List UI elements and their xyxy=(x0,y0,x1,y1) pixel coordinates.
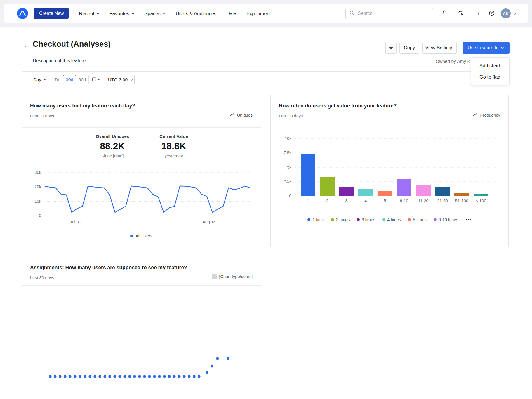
y-axis-tick: 10k xyxy=(277,136,291,141)
account-chevron-down-icon[interactable] xyxy=(513,13,516,15)
card-subtitle: Last 30 days xyxy=(30,114,54,118)
timezone-label: UTC-3:00 xyxy=(108,77,128,82)
x-axis-category: 21-50 xyxy=(433,198,452,203)
line-chart-legend[interactable]: All Users xyxy=(22,234,261,238)
use-feature-to-button[interactable]: Use Feature to xyxy=(463,42,510,54)
timezone-select[interactable]: UTC-3:00 xyxy=(107,75,135,84)
overall-uniques-stat: Overall Uniques 88.2K Since [date] xyxy=(77,134,147,158)
scatter-chart-plot[interactable] xyxy=(22,286,261,395)
legend-dot xyxy=(357,218,360,221)
granularity-select[interactable]: Day xyxy=(31,75,49,84)
menu-item-go-to-flag[interactable]: Go to flag xyxy=(471,71,509,83)
favorite-star-button[interactable]: ★ xyxy=(385,42,397,54)
granularity-label: Day xyxy=(33,77,41,82)
chevron-down-icon xyxy=(44,79,47,81)
journeys-button[interactable] xyxy=(456,9,465,18)
bar-11-20[interactable] xyxy=(416,185,431,196)
chevron-down-icon xyxy=(130,79,133,81)
bar-1[interactable] xyxy=(301,154,315,196)
nav-item-label: Experiment xyxy=(246,11,271,16)
card-title: How often do users get value from your f… xyxy=(279,103,397,109)
card-subtitle: Last 30 days xyxy=(279,114,303,118)
nav-item-spaces[interactable]: Spaces xyxy=(145,11,166,16)
bar-chart-legend: 1 time2 times3 times4 times5 times6-10 t… xyxy=(271,216,508,224)
avatar[interactable]: AK xyxy=(501,8,511,18)
select-region-button[interactable] xyxy=(472,9,480,18)
use-feature-dropdown-menu: Add chart Go to flag xyxy=(471,57,510,85)
bar-51-100[interactable] xyxy=(454,193,469,196)
copy-button[interactable]: Copy xyxy=(399,42,419,54)
x-axis-category: 5 xyxy=(375,198,394,203)
nav-item-users-audiences[interactable]: Users & Audiences xyxy=(176,11,216,16)
bar-cell xyxy=(452,136,471,196)
chart-mode-frequency[interactable]: Frequency xyxy=(473,113,500,117)
legend-more-button[interactable]: ••• xyxy=(466,217,471,222)
custom-date-range-button[interactable] xyxy=(89,75,103,84)
notifications-bell-button[interactable] xyxy=(440,9,449,18)
bar-< 100[interactable] xyxy=(474,194,488,196)
x-axis-categories: 123456-1011-2021-5051-100< 100 xyxy=(298,198,491,203)
stat-label: Overall Uniques xyxy=(77,134,147,139)
uniques-chart-card: How many users find my feature each day?… xyxy=(22,95,261,247)
legend-item[interactable]: 4 times xyxy=(382,217,401,222)
legend-label: All Users xyxy=(135,234,152,238)
nav-item-recent[interactable]: Recent xyxy=(79,11,99,16)
legend-item[interactable]: 2 times xyxy=(331,217,350,222)
nav-item-data[interactable]: Data xyxy=(226,11,237,16)
chart-mode-label: Frequency xyxy=(480,113,500,117)
range-30d-button[interactable]: 30d xyxy=(63,75,76,84)
bar-3[interactable] xyxy=(339,187,354,196)
y-axis-tick: 30k xyxy=(28,170,41,175)
x-axis-category: 1 xyxy=(298,198,318,203)
legend-dot xyxy=(408,218,411,221)
search-input[interactable] xyxy=(357,11,429,16)
legend-item[interactable]: 5 times xyxy=(408,217,427,222)
bar-cell xyxy=(414,136,433,196)
y-axis-tick: 0 xyxy=(277,193,291,198)
bar-chart-plot[interactable]: 10k7.5k5k2.5k0 123456-1011-2021-5051-100… xyxy=(295,136,500,206)
nav-item-label: Favorites xyxy=(109,11,129,16)
bar-2[interactable] xyxy=(320,177,335,196)
line-chart-icon xyxy=(230,113,235,117)
chart-mode-uniques[interactable]: Uniques xyxy=(230,113,253,117)
legend-item[interactable]: 6-10 times xyxy=(434,217,458,222)
search-box[interactable] xyxy=(345,8,433,19)
page-title: Checkout (Analyses) xyxy=(33,40,111,49)
view-settings-button[interactable]: View Settings xyxy=(422,42,457,54)
svg-text:?: ? xyxy=(491,11,493,15)
x-axis-category: 6-10 xyxy=(394,198,414,203)
journey-route-icon xyxy=(457,10,463,17)
amplitude-logo[interactable] xyxy=(17,8,28,19)
stat-value: 18.8K xyxy=(139,141,209,152)
bar-21-50[interactable] xyxy=(435,187,450,196)
nav-item-favorites[interactable]: Favorites xyxy=(109,11,135,16)
chevron-down-icon xyxy=(98,79,100,81)
help-button[interactable]: ? xyxy=(487,9,496,18)
menu-item-add-chart[interactable]: Add chart xyxy=(471,60,509,71)
legend-item[interactable]: 3 times xyxy=(357,217,375,222)
bar-6-10[interactable] xyxy=(397,179,411,196)
legend-item[interactable]: 1 time xyxy=(307,217,324,222)
card-title: Assignments: How many users are supposed… xyxy=(30,265,187,271)
nav-item-experiment[interactable]: Experiment xyxy=(246,11,271,16)
nav-item-label: Recent xyxy=(79,11,94,16)
back-button[interactable]: ← xyxy=(23,41,31,49)
range-7d-button[interactable]: 7d xyxy=(51,75,63,84)
chart-mode-label: Uniques xyxy=(237,113,253,117)
bar-4[interactable] xyxy=(358,189,373,196)
top-nav: Create New Recent Favorites Spaces Users… xyxy=(4,4,528,23)
search-icon xyxy=(349,10,355,17)
bars xyxy=(298,136,491,196)
calendar-icon xyxy=(92,77,97,83)
y-axis-ticks: 10k7.5k5k2.5k0 xyxy=(277,136,291,206)
bar-5[interactable] xyxy=(378,191,392,196)
bar-cell xyxy=(471,136,491,196)
create-new-button[interactable]: Create New xyxy=(34,8,69,19)
line-chart-icon xyxy=(473,113,478,117)
range-60d-button[interactable]: 60d xyxy=(76,75,89,84)
owned-by-text: Owned by Amy K xyxy=(436,59,470,64)
chevron-down-icon xyxy=(131,13,135,15)
line-chart-plot[interactable]: 30k20k10k0 Jul 31Aug 14 xyxy=(45,171,250,229)
x-axis-label: Aug 14 xyxy=(197,220,221,224)
chevron-down-icon xyxy=(96,13,100,15)
